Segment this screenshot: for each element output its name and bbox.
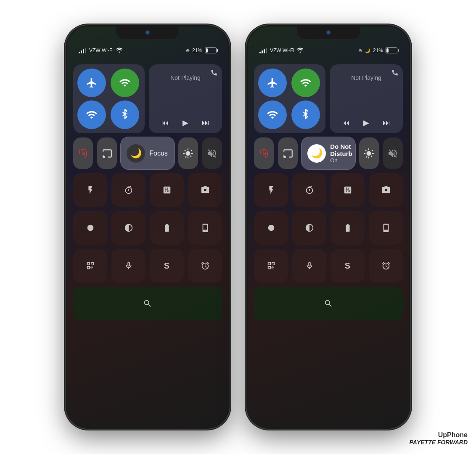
camera-btn-left[interactable] [188, 173, 222, 207]
lock-rotation-btn-right[interactable] [254, 137, 274, 169]
wifi-btn-right[interactable] [258, 100, 287, 129]
notch-left [116, 26, 179, 39]
cc-content-left: Not Playing ⏮ ▶ ⏭ [73, 64, 222, 415]
low-power-btn-left[interactable] [150, 211, 184, 245]
battery-fill-right [386, 48, 389, 53]
grid-row-3-left: S [73, 249, 222, 282]
location-icon-right: ⊕ [358, 48, 362, 53]
battery-body-right [386, 48, 397, 53]
airplane-mode-btn-right[interactable] [258, 69, 287, 97]
play-btn-right[interactable]: ▶ [363, 118, 369, 127]
flashlight-btn-right[interactable] [254, 173, 288, 207]
timer-btn-left[interactable] [111, 173, 145, 207]
grid-row-1-right [254, 173, 403, 207]
cellular-btn-left[interactable] [111, 69, 139, 97]
timer-btn-right[interactable] [292, 173, 326, 207]
wifi-status-icon-right [297, 47, 304, 54]
carrier-left: VZW Wi-Fi [89, 48, 114, 53]
dnd-subtitle: On [330, 157, 352, 164]
dnd-text-block: Do NotDisturb On [330, 143, 352, 164]
connectivity-block-right [254, 64, 325, 133]
cc-content-right: Not Playing ⏮ ▶ ⏭ [254, 64, 403, 415]
signal-bar-r4 [266, 48, 267, 53]
status-left-right: VZW Wi-Fi [259, 47, 304, 54]
dnd-tooltip-right[interactable]: 🌙 Do NotDisturb On [301, 137, 356, 170]
calculator-btn-left[interactable] [150, 173, 184, 207]
battery-body-left [205, 48, 217, 53]
screen-mirror-btn-right[interactable] [278, 137, 298, 169]
grid-row-2-right [254, 211, 403, 245]
screen-record-btn-left[interactable] [73, 211, 107, 245]
status-bar-right: VZW Wi-Fi ⊕ 🌙 21% [248, 41, 409, 60]
focus-container-left: 🌙 Focus 🌙 Focus [121, 137, 174, 169]
wifi-status-icon-left [116, 47, 123, 54]
media-controls-right: ⏮ ▶ ⏭ [336, 118, 397, 127]
flashlight-btn-left[interactable] [73, 173, 107, 207]
calculator-btn-right[interactable] [331, 173, 365, 207]
phone-screen-left: VZW Wi-Fi ⊕ 21% [67, 26, 228, 428]
grid-row-4-left [73, 287, 222, 320]
shazam-btn-right[interactable]: S [331, 249, 365, 282]
magnifier-btn-right[interactable] [254, 287, 403, 320]
wifi-btn-left[interactable] [77, 100, 106, 129]
prev-btn-left[interactable]: ⏮ [161, 119, 169, 127]
signal-bar-r2 [262, 50, 263, 53]
cellular-btn-right[interactable] [291, 69, 320, 97]
remote-btn-right[interactable] [369, 211, 403, 245]
alarm-btn-left[interactable] [188, 249, 222, 282]
moon-icon-status-right: 🌙 [365, 48, 370, 53]
connectivity-block-left [73, 64, 145, 133]
prev-btn-right[interactable]: ⏮ [342, 119, 350, 127]
silent-btn-left[interactable] [202, 137, 222, 169]
notch-dot-right [327, 31, 330, 34]
dark-mode-btn-right[interactable] [292, 211, 326, 245]
next-btn-left[interactable]: ⏭ [202, 119, 209, 127]
grid-row-3-right: S [254, 249, 403, 282]
focus-tooltip-left[interactable]: 🌙 Focus [120, 137, 175, 170]
location-icon-left: ⊕ [186, 48, 190, 53]
not-playing-text-left: Not Playing [155, 70, 216, 81]
battery-percent-left: 21% [192, 48, 202, 53]
svg-point-0 [87, 225, 93, 231]
brightness-btn-right[interactable] [359, 137, 379, 169]
airplane-mode-btn-left[interactable] [77, 69, 106, 97]
dark-mode-btn-left[interactable] [111, 211, 145, 245]
next-btn-right[interactable]: ⏭ [383, 119, 390, 127]
screen-record-btn-right[interactable] [254, 211, 288, 245]
play-btn-left[interactable]: ▶ [182, 118, 188, 127]
dnd-moon-icon: 🌙 [311, 148, 323, 159]
dnd-title: Do NotDisturb [330, 143, 352, 157]
alarm-btn-right[interactable] [369, 249, 403, 282]
airplay-icon-right[interactable] [391, 69, 399, 77]
airplay-icon-left[interactable] [210, 69, 218, 77]
voice-memo-btn-left[interactable] [111, 249, 145, 282]
bluetooth-btn-right[interactable] [291, 100, 320, 129]
signal-bars-right [259, 48, 267, 53]
magnifier-btn-left[interactable] [73, 287, 222, 320]
signal-bar-4 [85, 48, 86, 53]
qr-scan-btn-right[interactable] [254, 249, 288, 282]
phone-right: VZW Wi-Fi ⊕ 🌙 21% [246, 25, 410, 429]
notch-dot-left [146, 31, 149, 34]
lock-rotation-btn-left[interactable] [73, 137, 93, 169]
media-controls-left: ⏮ ▶ ⏭ [155, 118, 216, 127]
phone-screen-right: VZW Wi-Fi ⊕ 🌙 21% [248, 26, 409, 428]
brightness-btn-left[interactable] [178, 137, 198, 169]
qr-scan-btn-left[interactable] [73, 249, 107, 282]
phone-left: VZW Wi-Fi ⊕ 21% [66, 25, 230, 429]
signal-bar-2 [81, 50, 82, 53]
bluetooth-btn-left[interactable] [111, 100, 139, 129]
camera-btn-right[interactable] [369, 173, 403, 207]
shazam-btn-left[interactable]: S [150, 249, 184, 282]
signal-bar-1 [79, 52, 80, 53]
low-power-btn-right[interactable] [331, 211, 365, 245]
voice-memo-btn-right[interactable] [292, 249, 326, 282]
grid-row-1-left [73, 173, 222, 207]
battery-percent-right: 21% [373, 48, 383, 53]
screen-mirror-btn-left[interactable] [97, 137, 117, 169]
tooltip-focus-label: Focus [149, 150, 168, 157]
not-playing-text-right: Not Playing [336, 70, 397, 81]
signal-bar-3 [83, 49, 84, 53]
silent-btn-right[interactable] [383, 137, 403, 169]
remote-btn-left[interactable] [188, 211, 222, 245]
